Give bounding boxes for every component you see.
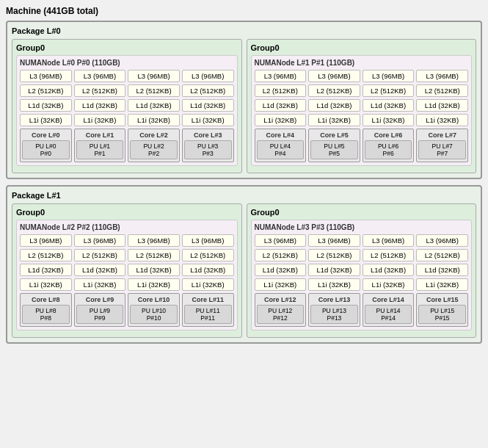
core-box-1-0-1: Core L#9PU L#9 P#9	[74, 293, 126, 327]
group-title-1-0: Group0	[16, 208, 238, 217]
core-label-1-0-1: Core L#9	[76, 296, 124, 303]
cores-row-1-1: Core L#12PU L#12 P#12Core L#13PU L#13 P#…	[255, 293, 469, 327]
cache-cell-1-0-2-1: L1d (32KB)	[74, 264, 126, 276]
cache-cell-1-0-0-1: L3 (96MB)	[74, 234, 126, 247]
pu-box-0-0-1: PU L#1 P#1	[76, 140, 124, 159]
package-title-1: Package L#1	[12, 191, 476, 200]
core-label-1-1-0: Core L#12	[257, 296, 305, 303]
cache-cell-1-1-0-3: L3 (96MB)	[416, 234, 468, 247]
cache-row-0-0-3: L1i (32KB)L1i (32KB)L1i (32KB)L1i (32KB)	[20, 114, 234, 126]
group-title-0-1: Group0	[251, 43, 473, 52]
cache-cell-0-0-3-3: L1i (32KB)	[182, 114, 234, 126]
cache-cell-1-0-2-0: L1d (32KB)	[20, 264, 72, 276]
cache-cell-1-0-2-3: L1d (32KB)	[182, 264, 234, 276]
group-title-0-0: Group0	[16, 43, 238, 52]
cache-cell-1-0-3-0: L1i (32KB)	[20, 278, 72, 291]
cache-cell-1-0-3-3: L1i (32KB)	[182, 278, 234, 291]
numa-title-0-1: NUMANode L#1 P#1 (110GB)	[255, 59, 469, 67]
core-box-1-1-0: Core L#12PU L#12 P#12	[255, 293, 307, 327]
cache-cell-0-0-1-3: L2 (512KB)	[182, 84, 234, 97]
cache-row-1-1-1: L2 (512KB)L2 (512KB)L2 (512KB)L2 (512KB)	[255, 249, 469, 261]
cache-cell-1-1-1-2: L2 (512KB)	[363, 249, 415, 261]
cache-cell-1-1-2-0: L1d (32KB)	[255, 264, 307, 276]
pu-box-1-1-0: PU L#12 P#12	[257, 305, 305, 324]
cache-cell-0-1-3-1: L1i (32KB)	[308, 114, 360, 126]
cache-cell-1-0-1-2: L2 (512KB)	[128, 249, 180, 261]
cache-cell-0-0-1-0: L2 (512KB)	[20, 84, 72, 97]
core-label-0-0-2: Core L#2	[130, 131, 178, 139]
numa-title-1-0: NUMANode L#2 P#2 (110GB)	[20, 223, 234, 231]
core-label-0-1-1: Core L#5	[310, 131, 358, 139]
cache-cell-0-1-0-3: L3 (96MB)	[416, 70, 468, 82]
cache-row-0-1-1: L2 (512KB)L2 (512KB)L2 (512KB)L2 (512KB)	[255, 84, 469, 97]
cache-row-1-1-0: L3 (96MB)L3 (96MB)L3 (96MB)L3 (96MB)	[255, 234, 469, 247]
cache-cell-0-0-3-0: L1i (32KB)	[20, 114, 72, 126]
cache-cell-0-1-3-0: L1i (32KB)	[255, 114, 307, 126]
pu-box-0-0-0: PU L#0 P#0	[22, 140, 70, 159]
numa-node-0-0: NUMANode L#0 P#0 (110GB)L3 (96MB)L3 (96M…	[16, 55, 238, 166]
cache-cell-1-0-0-0: L3 (96MB)	[20, 234, 72, 247]
cache-cell-0-1-2-1: L1d (32KB)	[308, 99, 360, 112]
cache-cell-0-0-3-2: L1i (32KB)	[128, 114, 180, 126]
cache-cell-0-1-1-2: L2 (512KB)	[363, 84, 415, 97]
pu-box-1-1-2: PU L#14 P#14	[365, 305, 412, 324]
core-label-0-1-0: Core L#4	[257, 131, 305, 139]
core-label-0-0-3: Core L#3	[184, 131, 232, 139]
cache-cell-1-1-0-0: L3 (96MB)	[255, 234, 307, 247]
core-label-0-1-3: Core L#7	[418, 131, 466, 139]
cache-row-0-0-0: L3 (96MB)L3 (96MB)L3 (96MB)L3 (96MB)	[20, 70, 234, 82]
core-box-0-0-2: Core L#2PU L#2 P#2	[128, 129, 180, 162]
cache-cell-1-1-1-0: L2 (512KB)	[255, 249, 307, 261]
core-box-0-1-1: Core L#5PU L#5 P#5	[308, 129, 360, 162]
cores-row-0-0: Core L#0PU L#0 P#0Core L#1PU L#1 P#1Core…	[20, 129, 234, 162]
pu-box-1-0-0: PU L#8 P#8	[22, 305, 70, 324]
core-label-1-0-2: Core L#10	[130, 296, 178, 303]
cache-cell-0-0-2-0: L1d (32KB)	[20, 99, 72, 112]
cache-cell-1-0-1-0: L2 (512KB)	[20, 249, 72, 261]
pu-box-0-0-2: PU L#2 P#2	[130, 140, 178, 159]
cache-cell-0-1-0-2: L3 (96MB)	[363, 70, 415, 82]
cache-cell-0-1-2-2: L1d (32KB)	[363, 99, 415, 112]
core-label-0-0-1: Core L#1	[76, 131, 124, 139]
core-label-1-1-2: Core L#14	[365, 296, 412, 303]
cache-row-1-0-1: L2 (512KB)L2 (512KB)L2 (512KB)L2 (512KB)	[20, 249, 234, 261]
core-box-0-0-1: Core L#1PU L#1 P#1	[74, 129, 126, 162]
cache-cell-1-0-1-3: L2 (512KB)	[182, 249, 234, 261]
cores-row-0-1: Core L#4PU L#4 P#4Core L#5PU L#5 P#5Core…	[255, 129, 469, 162]
cache-cell-1-1-3-1: L1i (32KB)	[308, 278, 360, 291]
cache-cell-1-1-0-1: L3 (96MB)	[308, 234, 360, 247]
pu-box-0-1-0: PU L#4 P#4	[257, 140, 305, 159]
cache-cell-0-1-3-3: L1i (32KB)	[416, 114, 468, 126]
cache-cell-0-0-1-1: L2 (512KB)	[74, 84, 126, 97]
machine-title: Machine (441GB total)	[6, 6, 482, 16]
pu-box-0-1-2: PU L#6 P#6	[365, 140, 412, 159]
pu-box-0-0-3: PU L#3 P#3	[184, 140, 232, 159]
group-1-1: Group0NUMANode L#3 P#3 (110GB)L3 (96MB)L…	[247, 203, 477, 338]
cache-cell-1-1-3-3: L1i (32KB)	[416, 278, 468, 291]
pu-box-0-1-3: PU L#7 P#7	[418, 140, 466, 159]
cache-cell-0-0-2-2: L1d (32KB)	[128, 99, 180, 112]
cache-cell-1-0-3-2: L1i (32KB)	[128, 278, 180, 291]
cache-cell-1-1-2-2: L1d (32KB)	[363, 264, 415, 276]
cache-cell-0-0-2-3: L1d (32KB)	[182, 99, 234, 112]
cache-cell-0-0-0-3: L3 (96MB)	[182, 70, 234, 82]
core-label-0-1-2: Core L#6	[365, 131, 412, 139]
cache-cell-0-1-2-3: L1d (32KB)	[416, 99, 468, 112]
cache-cell-0-1-1-1: L2 (512KB)	[308, 84, 360, 97]
cache-row-0-1-2: L1d (32KB)L1d (32KB)L1d (32KB)L1d (32KB)	[255, 99, 469, 112]
group-0-0: Group0NUMANode L#0 P#0 (110GB)L3 (96MB)L…	[12, 39, 242, 173]
core-label-1-1-1: Core L#13	[310, 296, 358, 303]
group-title-1-1: Group0	[251, 208, 473, 217]
pu-box-1-0-1: PU L#9 P#9	[76, 305, 124, 324]
numa-title-1-1: NUMANode L#3 P#3 (110GB)	[255, 223, 469, 231]
core-label-0-0-0: Core L#0	[22, 131, 70, 139]
cache-cell-1-1-2-3: L1d (32KB)	[416, 264, 468, 276]
cache-cell-1-1-2-1: L1d (32KB)	[308, 264, 360, 276]
core-box-1-1-1: Core L#13PU L#13 P#13	[308, 293, 360, 327]
numa-node-1-0: NUMANode L#2 P#2 (110GB)L3 (96MB)L3 (96M…	[16, 220, 238, 330]
core-box-1-0-0: Core L#8PU L#8 P#8	[20, 293, 72, 327]
cache-cell-1-1-0-2: L3 (96MB)	[363, 234, 415, 247]
pu-box-1-1-3: PU L#15 P#15	[418, 305, 466, 324]
cache-row-0-1-3: L1i (32KB)L1i (32KB)L1i (32KB)L1i (32KB)	[255, 114, 469, 126]
core-label-1-1-3: Core L#15	[418, 296, 466, 303]
